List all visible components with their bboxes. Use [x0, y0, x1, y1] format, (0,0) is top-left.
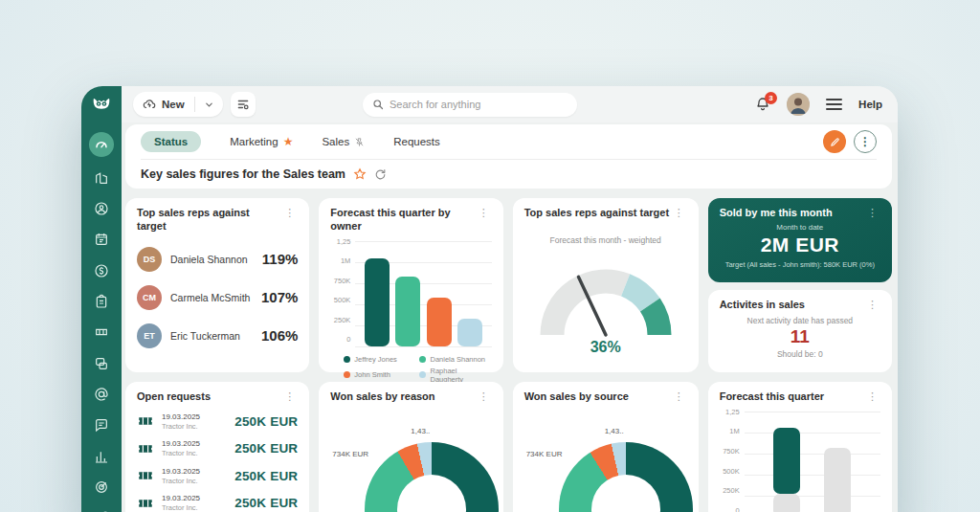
sidebar-item-organization[interactable]: [88, 165, 115, 190]
widget-menu-button[interactable]: ⋮: [671, 390, 687, 403]
rep-row[interactable]: CM Carmela McSmith 107%: [137, 285, 298, 310]
sidebar-item-reports[interactable]: [88, 443, 115, 469]
donut-hole: [591, 475, 660, 512]
user-avatar[interactable]: [787, 93, 810, 116]
slice-label: 1,43..: [411, 427, 430, 435]
request-date: 19.03.2025: [162, 412, 227, 422]
sidebar-item-goals[interactable]: [88, 474, 115, 500]
widget-menu-button[interactable]: ⋮: [476, 390, 492, 403]
help-link[interactable]: Help: [858, 99, 882, 110]
unpin-icon: [354, 137, 365, 147]
menu-button[interactable]: [826, 99, 842, 110]
refresh-icon: [374, 168, 387, 181]
tab-requests[interactable]: Requests: [393, 136, 440, 147]
widget-menu-button[interactable]: ⋮: [671, 207, 687, 219]
donut[interactable]: [365, 442, 499, 512]
widget-menu-button[interactable]: ⋮: [864, 207, 880, 219]
request-company: Tractor Inc.: [162, 449, 227, 457]
widget-menu-button[interactable]: ⋮: [864, 390, 880, 403]
avatar: CM: [137, 285, 162, 310]
activities-value: 11: [720, 326, 880, 347]
gauge-value: 36%: [524, 339, 687, 356]
new-button-label: New: [162, 99, 185, 110]
sidebar-item-calendar[interactable]: [88, 227, 115, 253]
request-amount: 250K EUR: [234, 469, 298, 483]
legend-item[interactable]: Daniela Shannon: [419, 355, 491, 364]
tab-marketing[interactable]: Marketing ★: [230, 135, 293, 148]
request-list: 19.03.2025 Tractor Inc. 250K EUR 19.03.2…: [137, 412, 298, 512]
target-icon: [94, 479, 109, 495]
sidebar-item-mail[interactable]: [88, 381, 115, 407]
widget-title: Top sales reps against target: [524, 207, 669, 220]
dashboard-title-row: Key sales figures for the Sales team: [125, 160, 892, 189]
notifications-button[interactable]: 3: [755, 97, 770, 112]
legend-dot: [419, 356, 426, 363]
sidebar-item-projects[interactable]: [88, 350, 115, 376]
sidebar-item-dashboard[interactable]: [89, 132, 114, 156]
avatar: DS: [137, 247, 162, 272]
edit-dashboard-button[interactable]: [823, 130, 846, 153]
stacked-bar[interactable]: [773, 428, 800, 512]
search-input[interactable]: [390, 99, 568, 110]
slice-label: 1,43..: [605, 427, 624, 435]
sold-subtitle: Month to date: [720, 223, 880, 232]
sidebar-item-finance[interactable]: [88, 257, 115, 283]
bar-daniela-shannon[interactable]: [395, 277, 420, 345]
new-button[interactable]: New: [133, 98, 194, 111]
widget-menu-button[interactable]: ⋮: [281, 390, 298, 403]
owl-logo-icon[interactable]: [90, 95, 113, 117]
rep-row[interactable]: DS Daniela Shannon 119%: [137, 247, 298, 272]
plot-area: [355, 241, 491, 346]
sidebar-item-tickets[interactable]: [88, 320, 115, 345]
chevron-down-icon: [204, 100, 214, 110]
y-axis: 1,251M 750K500K 250K0: [720, 408, 745, 512]
request-row[interactable]: 19.03.2025 Tractor Inc. 250K EUR: [137, 439, 298, 457]
legend-item[interactable]: Jeffrey Jones: [344, 355, 415, 364]
favorite-star-icon: ★: [283, 135, 294, 148]
request-meta: 19.03.2025 Tractor Inc.: [162, 494, 227, 512]
refresh-button[interactable]: [374, 168, 387, 181]
bar-jeffrey-jones[interactable]: [365, 258, 390, 346]
widget-forecast-quarter: Forecast this quarter ⋮ 1,251M 750K500K …: [708, 382, 892, 512]
windows-icon: [94, 356, 109, 371]
donut[interactable]: [559, 442, 693, 512]
widget-sold-by-me: Sold by me this month ⋮ Month to date 2M…: [708, 198, 892, 282]
tab-status[interactable]: Status: [141, 131, 201, 152]
tab-sales[interactable]: Sales: [322, 136, 365, 147]
chat-icon: [94, 417, 109, 433]
sidebar-item-contacts[interactable]: [88, 195, 115, 221]
request-row[interactable]: 19.03.2025 Tractor Inc. 250K EUR: [137, 412, 298, 431]
at-sign-icon: [94, 387, 109, 402]
bar-raphael-daugherty[interactable]: [457, 319, 482, 345]
donut-chart: 1,43.. 734K EUR 2,4M..: [524, 410, 687, 512]
quick-add-icon: [143, 98, 156, 111]
bar-john-smith[interactable]: [427, 298, 452, 345]
sidebar-item-messenger[interactable]: [88, 412, 115, 438]
legend-item[interactable]: Raphael Daugherty: [419, 367, 491, 384]
widget-title: Won sales by source: [524, 390, 629, 404]
global-search: [363, 93, 577, 117]
topbar-right: 3 Help: [755, 93, 882, 116]
widget-menu-button[interactable]: ⋮: [864, 299, 880, 311]
legend-item[interactable]: John Smith: [344, 367, 415, 384]
sidebar-item-tasks[interactable]: [88, 288, 115, 314]
widget-title: Won sales by reason: [330, 390, 434, 404]
panel-more-button[interactable]: ⋮: [854, 130, 877, 153]
request-row[interactable]: 19.03.2025 Tractor Inc. 250K EUR: [137, 467, 298, 485]
widget-title: Forecast this quarter by owner: [330, 207, 475, 234]
widget-menu-button[interactable]: ⋮: [476, 207, 492, 219]
widget-menu-button[interactable]: ⋮: [281, 207, 298, 219]
gauge-chart: [524, 249, 687, 341]
rep-row[interactable]: ET Eric Tuckerman 106%: [137, 323, 298, 348]
task-filter-button[interactable]: [231, 92, 256, 117]
money-icon: [94, 263, 109, 278]
favorite-toggle-button[interactable]: [353, 167, 367, 181]
sidebar-item-settings[interactable]: [88, 505, 115, 512]
new-dropdown-caret[interactable]: [195, 100, 223, 110]
panel-actions: ⋮: [823, 130, 877, 153]
widget-activities: Activites in sales ⋮ Next activity date …: [708, 290, 892, 372]
stacked-bar[interactable]: [824, 448, 851, 512]
request-row[interactable]: 19.03.2025 Tractor Inc. 250K EUR: [137, 494, 298, 512]
page-title: Key sales figures for the Sales team: [141, 167, 345, 181]
avatar-silhouette-icon: [787, 93, 810, 116]
